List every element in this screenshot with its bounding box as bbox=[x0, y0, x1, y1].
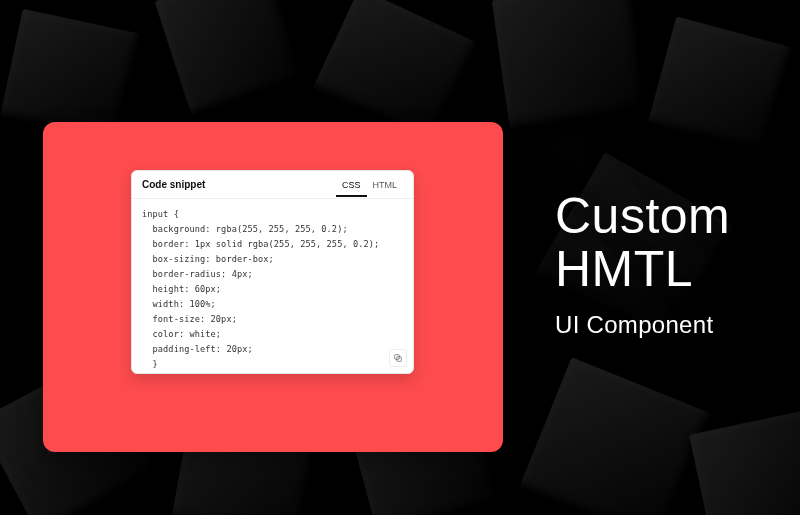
headline-line-1a: Custom bbox=[555, 190, 730, 243]
tab-css[interactable]: CSS bbox=[336, 174, 367, 197]
headline-line-2: UI Component bbox=[555, 311, 730, 339]
headline-line-1b: HMTL bbox=[555, 243, 730, 296]
headline: Custom HMTL UI Component bbox=[555, 190, 730, 339]
thumbnail-canvas: Code snippet CSS HTML input { background… bbox=[0, 0, 800, 515]
copy-button[interactable] bbox=[389, 349, 407, 367]
snippet-header: Code snippet CSS HTML bbox=[132, 171, 413, 199]
tab-html[interactable]: HTML bbox=[367, 174, 404, 195]
snippet-title: Code snippet bbox=[142, 179, 336, 190]
code-snippet-card: Code snippet CSS HTML input { background… bbox=[131, 170, 414, 374]
copy-icon bbox=[393, 353, 403, 363]
snippet-body: input { background: rgba(255, 255, 255, … bbox=[132, 199, 413, 373]
code-block: input { background: rgba(255, 255, 255, … bbox=[142, 207, 403, 372]
red-panel: Code snippet CSS HTML input { background… bbox=[43, 122, 503, 452]
